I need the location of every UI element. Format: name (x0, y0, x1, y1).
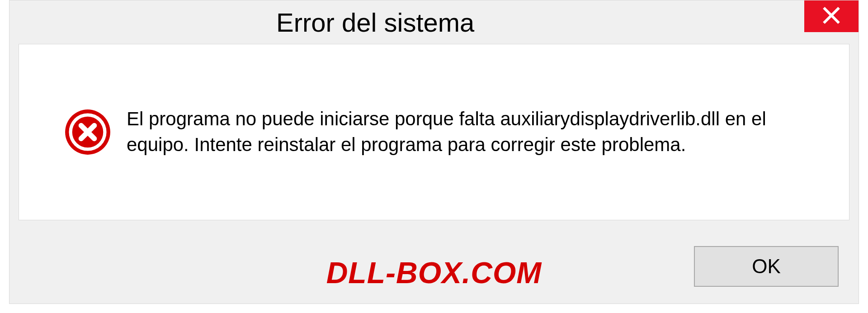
close-icon (821, 5, 841, 27)
error-dialog: Error del sistema El programa no puede i… (9, 0, 859, 304)
watermark-text: DLL-BOX.COM (326, 256, 542, 290)
error-icon (64, 109, 111, 156)
ok-button[interactable]: OK (694, 246, 839, 287)
dialog-title: Error del sistema (276, 7, 474, 38)
ok-button-label: OK (752, 255, 781, 278)
dialog-footer: DLL-BOX.COM OK (9, 239, 859, 294)
dialog-titlebar: Error del sistema (9, 0, 859, 44)
dialog-content: El programa no puede iniciarse porque fa… (19, 44, 849, 220)
error-message: El programa no puede iniciarse porque fa… (127, 106, 796, 157)
close-button[interactable] (804, 0, 859, 32)
